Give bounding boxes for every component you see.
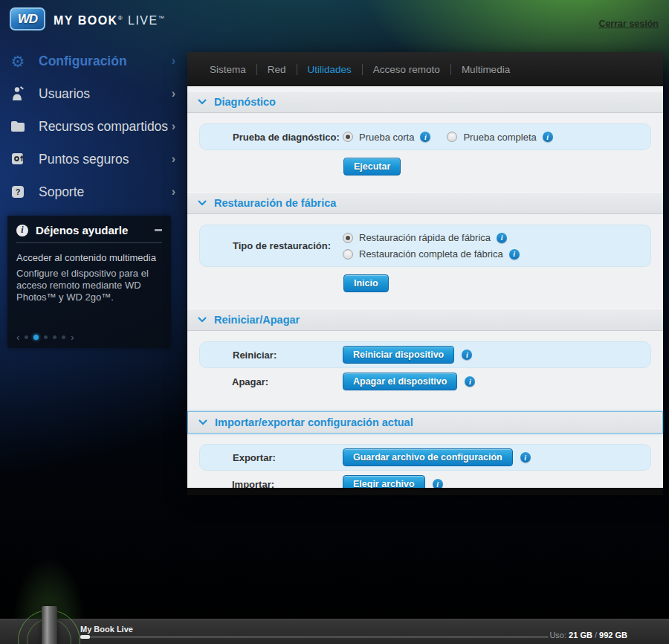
registered-mark: ® xyxy=(118,15,123,22)
section-header-reiniciar-apagar[interactable]: Reiniciar/Apagar xyxy=(187,309,663,331)
sidebar-item-soporte[interactable]: ? Soporte › xyxy=(0,176,187,208)
section-header-restauracion[interactable]: Restauración de fábrica xyxy=(187,192,663,214)
usage-used: 21 GB xyxy=(569,631,592,640)
section-title: Importar/exportar configuración actual xyxy=(215,416,413,428)
info-icon[interactable]: i xyxy=(497,233,507,243)
info-icon[interactable]: i xyxy=(420,132,430,142)
info-icon[interactable]: i xyxy=(465,376,475,387)
radio-option-restauracion-rapida: Restauración rápida de fábrica i xyxy=(343,232,520,243)
usage-text: Uso: 21 GB / 992 GB xyxy=(549,631,627,640)
reiniciar-dispositivo-button[interactable]: Reiniciar dispositivo xyxy=(343,346,454,364)
restore-type-row: Tipo de restauración: Restauración rápid… xyxy=(199,225,651,267)
field-label: Apagar: xyxy=(210,376,343,387)
info-icon[interactable]: i xyxy=(462,350,472,360)
brand-live: LIVE xyxy=(128,14,158,27)
pager-dot[interactable] xyxy=(62,335,65,339)
radio-button[interactable] xyxy=(447,132,457,142)
main-panel: Sistema Red Utilidades Acceso remoto Mul… xyxy=(187,52,663,495)
help-panel-title: Déjenos ayudarle xyxy=(36,224,128,236)
info-icon[interactable]: i xyxy=(509,249,520,260)
pager-prev-icon[interactable]: ‹ xyxy=(16,332,19,342)
tab-multimedia[interactable]: Multimedia xyxy=(451,59,520,80)
usage-progress-track xyxy=(80,636,549,638)
pager-next-icon[interactable]: › xyxy=(71,332,74,342)
help-panel-header: i Déjenos ayudarle xyxy=(7,216,171,242)
help-subtitle: Acceder al contenido multimedia xyxy=(16,252,162,263)
tab-sistema[interactable]: Sistema xyxy=(199,59,256,80)
pager-dots[interactable] xyxy=(25,335,65,340)
svg-text:?: ? xyxy=(16,187,21,196)
usage-total: 992 GB xyxy=(599,631,627,640)
sidebar-item-label: Puntos seguros xyxy=(39,152,129,167)
logout-link[interactable]: Cerrar sesión xyxy=(598,19,659,29)
question-icon: ? xyxy=(9,184,27,200)
apagar-dispositivo-button[interactable]: Apagar el dispositivo xyxy=(343,373,457,390)
sidebar-item-recursos-compartidos[interactable]: Recursos compartidos › xyxy=(0,110,187,143)
help-pager: ‹ › xyxy=(16,332,74,342)
section-title: Diagnóstico xyxy=(214,96,276,108)
chevron-right-icon: › xyxy=(172,87,175,100)
panel-bottom-edge xyxy=(187,488,663,495)
radio-label: Restauración rápida de fábrica xyxy=(359,232,491,243)
help-panel: i Déjenos ayudarle Acceder al contenido … xyxy=(7,216,171,348)
apagar-row: Apagar: Apagar el dispositivo i xyxy=(199,368,651,395)
section-body-importar-exportar: Exportar: Guardar archivo de configuraci… xyxy=(187,434,663,509)
radio-button[interactable] xyxy=(343,249,353,260)
info-icon: i xyxy=(16,225,28,236)
sidebar-item-puntos-seguros[interactable]: Puntos seguros › xyxy=(0,143,187,176)
sidebar-item-label: Soporte xyxy=(39,184,84,200)
chevron-down-icon xyxy=(198,200,207,206)
pager-dot[interactable] xyxy=(33,335,39,340)
info-icon[interactable]: i xyxy=(543,132,553,142)
sidebar-item-configuracion[interactable]: ⚙ Configuración › xyxy=(0,45,187,77)
sidebar-item-label: Recursos compartidos xyxy=(39,119,168,135)
ejecutar-button[interactable]: Ejecutar xyxy=(343,158,401,176)
device-name: My Book Live xyxy=(80,625,133,634)
radio-label: Restauración completa de fábrica xyxy=(359,248,503,260)
radio-option-prueba-completa: Prueba completa i xyxy=(447,132,552,143)
sidebar-item-label: Usuarios xyxy=(39,86,90,102)
minimize-icon[interactable] xyxy=(155,229,162,231)
pager-dot[interactable] xyxy=(44,335,48,339)
section-header-diagnostico[interactable]: Diagnóstico xyxy=(187,91,663,113)
chevron-down-icon xyxy=(198,99,207,105)
field-label: Reiniciar: xyxy=(210,350,343,361)
safe-icon xyxy=(9,151,27,167)
pager-dot[interactable] xyxy=(25,335,28,339)
sidebar-item-usuarios[interactable]: Usuarios › xyxy=(0,77,187,110)
info-icon[interactable]: i xyxy=(520,452,531,463)
button-row: Ejecutar xyxy=(199,158,651,176)
chevron-down-icon xyxy=(198,419,207,425)
tab-utilidades[interactable]: Utilidades xyxy=(297,59,362,80)
folder-icon xyxy=(9,118,27,135)
diagnostic-test-row: Prueba de diagnóstico: Prueba corta i Pr… xyxy=(199,123,651,150)
section-title: Reiniciar/Apagar xyxy=(214,314,300,326)
exportar-row: Exportar: Guardar archivo de configuraci… xyxy=(199,444,651,471)
radio-button[interactable] xyxy=(343,132,353,142)
chevron-right-icon: › xyxy=(172,120,175,133)
chevron-right-icon: › xyxy=(172,152,175,166)
inicio-button[interactable]: Inicio xyxy=(343,274,389,292)
help-body-text: Configure el dispositivo para el acceso … xyxy=(16,268,162,303)
radio-option-restauracion-completa: Restauración completa de fábrica i xyxy=(343,248,520,260)
reiniciar-row: Reiniciar: Reiniciar dispositivo i xyxy=(199,341,651,368)
control-group: Apagar el dispositivo i xyxy=(343,373,475,390)
brand-my-book: MY BOOK xyxy=(54,14,118,27)
tab-acceso-remoto[interactable]: Acceso remoto xyxy=(363,59,450,80)
pager-dot[interactable] xyxy=(53,335,56,339)
guardar-configuracion-button[interactable]: Guardar archivo de configuración xyxy=(343,448,513,466)
section-body-restauracion: Tipo de restauración: Restauración rápid… xyxy=(187,214,663,304)
footer-status-bar: My Book Live Uso: 21 GB / 992 GB xyxy=(0,619,669,644)
section-header-importar-exportar[interactable]: Importar/exportar configuración actual xyxy=(187,411,663,434)
control-group: Reiniciar dispositivo i xyxy=(343,346,472,364)
control-group: Guardar archivo de configuración i xyxy=(343,448,531,466)
radio-button[interactable] xyxy=(343,233,353,243)
trademark: ™ xyxy=(158,15,166,22)
field-label: Exportar: xyxy=(210,452,343,463)
section-body-reiniciar: Reiniciar: Reiniciar dispositivo i Apaga… xyxy=(187,331,663,407)
chevron-right-icon: › xyxy=(172,54,175,68)
user-icon xyxy=(9,86,27,102)
tab-red[interactable]: Red xyxy=(257,59,297,80)
app-title: MY BOOK® LIVE™ xyxy=(54,14,165,28)
radio-label: Prueba corta xyxy=(359,132,414,143)
